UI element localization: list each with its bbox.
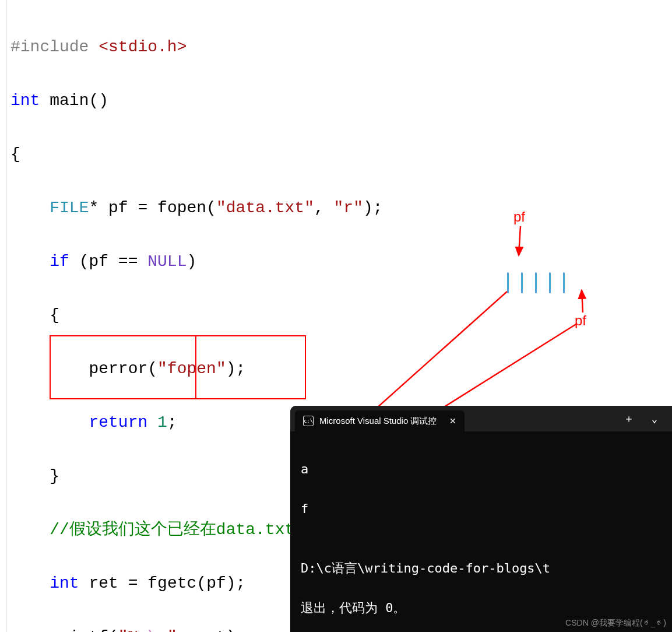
brace-open2: { — [50, 306, 59, 324]
terminal-output-line: 退出，代码为 0。 — [301, 598, 662, 618]
fn-printf: printf — [50, 628, 108, 632]
gutter — [0, 0, 7, 632]
watermark: CSDN @我要学编程(ಥ_ಥ) — [565, 618, 666, 629]
new-tab-button[interactable]: ＋ — [616, 406, 642, 431]
comma: , — [314, 199, 334, 217]
terminal-tab[interactable]: c:\ Microsoft Visual Studio 调试控 ✕ — [295, 410, 465, 431]
annotation-pf-top: pf — [513, 209, 525, 225]
eqeq: == — [108, 252, 147, 271]
if-open: ( — [69, 252, 89, 271]
fn-fopen: fopen — [157, 199, 206, 217]
annotation-pf-bottom: pf — [575, 313, 586, 329]
parens: () — [89, 92, 108, 110]
fn-fgetc: fgetc — [147, 574, 196, 592]
str-r: "r" — [334, 199, 363, 217]
close-paren: ) — [187, 252, 196, 271]
terminal-output-line: a — [301, 459, 662, 479]
var-pf2: pf — [89, 252, 108, 271]
tab-close-icon[interactable]: ✕ — [449, 416, 456, 426]
fn-main: main — [50, 92, 89, 110]
cmd-icon: c:\ — [303, 416, 314, 426]
escape-n: \n — [147, 628, 167, 632]
kw-if: if — [50, 252, 69, 271]
terminal-titlebar: c:\ Microsoft Visual Studio 调试控 ✕ ＋ ⌄ — [290, 406, 672, 431]
svg-line-1 — [519, 226, 520, 255]
var-ret: ret — [89, 574, 118, 592]
brace-close: } — [50, 467, 59, 485]
terminal-tab-title: Microsoft Visual Studio 调试控 — [319, 416, 437, 427]
terminal-body[interactable]: a f D:\c语言\writing-code-for-blogs\t 退出，代… — [290, 431, 672, 632]
brace-open: { — [10, 145, 20, 163]
eq: = — [128, 199, 157, 217]
num-1: 1 — [157, 413, 167, 431]
semi: ; — [167, 413, 177, 431]
highlight-box-seekset — [195, 335, 306, 399]
terminal-window: c:\ Microsoft Visual Studio 调试控 ✕ ＋ ⌄ a … — [290, 406, 672, 632]
NULL-mac: NULL — [147, 252, 187, 271]
var-pf: pf — [108, 199, 128, 217]
kw-int2: int — [50, 574, 79, 592]
star: * — [89, 199, 98, 217]
terminal-output-line: f — [301, 499, 662, 519]
str-datatxt: "data.txt" — [216, 199, 314, 217]
paren-open: ( — [206, 199, 216, 217]
terminal-actions: ＋ ⌄ — [616, 406, 667, 431]
kw-return: return — [89, 413, 147, 431]
close-paren-semi: ); — [363, 199, 383, 217]
preproc-include: #include — [10, 38, 89, 56]
kw-int: int — [10, 92, 40, 110]
terminal-output-line: D:\c语言\writing-code-for-blogs\t — [301, 559, 662, 578]
type-FILE: FILE — [50, 199, 89, 217]
header-name: <stdio.h> — [98, 38, 187, 56]
tab-dropdown-button[interactable]: ⌄ — [642, 406, 667, 431]
tick-marks — [507, 272, 583, 296]
